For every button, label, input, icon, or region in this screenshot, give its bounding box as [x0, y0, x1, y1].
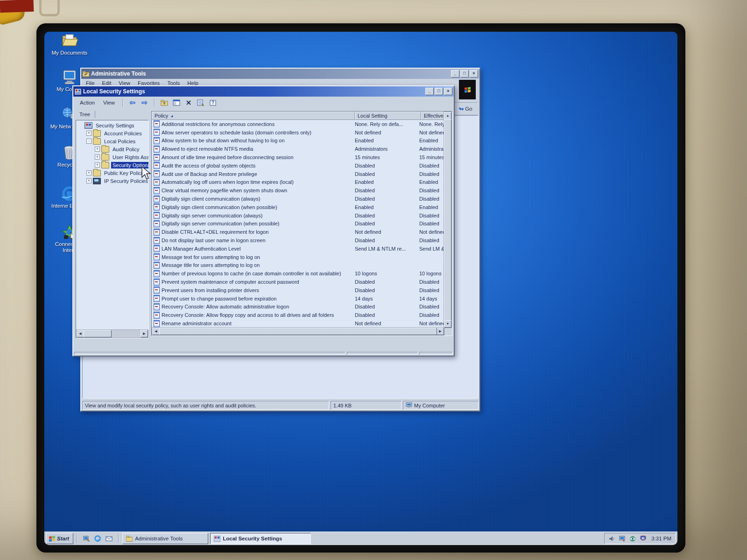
close-button[interactable]: ×	[444, 88, 452, 95]
minimize-button[interactable]: _	[451, 70, 459, 77]
volume-icon[interactable]	[608, 535, 616, 542]
effective-setting-value: Send LM & NT	[417, 246, 444, 252]
network-monitor-icon[interactable]	[629, 535, 636, 542]
policy-row-audit-the-access-of-global-system-object[interactable]: Audit the access of global system object…	[152, 161, 444, 170]
start-button[interactable]: Start	[46, 533, 73, 544]
policy-row-digitally-sign-client-communication-when[interactable]: Digitally sign client communication (whe…	[152, 203, 444, 211]
scroll-right-icon[interactable]: ▶	[141, 330, 148, 337]
policy-row-do-not-display-last-user-name-in-logon-s[interactable]: Do not display last user name in logon s…	[152, 236, 444, 245]
policy-name: Prevent users from installing printer dr…	[162, 287, 259, 293]
maximize-button[interactable]: □	[460, 70, 469, 77]
tree-tab[interactable]: Tree	[76, 110, 152, 119]
display-icon[interactable]	[619, 535, 626, 542]
scroll-left-icon[interactable]: ◀	[152, 328, 160, 335]
policy-row-lan-manager-authentication-level[interactable]: LAN Manager Authentication LevelSend LM …	[152, 245, 444, 253]
policy-row-amount-of-idle-time-required-before-disc[interactable]: Amount of idle time required before disc…	[152, 153, 444, 161]
up-level-button[interactable]	[160, 98, 169, 107]
policy-name: Recovery Console: Allow automatic admini…	[162, 304, 289, 309]
folder-icon	[93, 170, 101, 176]
tree-item-local-policies[interactable]: -Local Policies	[76, 137, 148, 145]
effective-setting-value: Disabled	[417, 304, 444, 309]
tree-item-user-rights-assigr[interactable]: +User Rights Assigr	[76, 153, 148, 161]
tree-horizontal-scrollbar[interactable]: ◀ ▶	[76, 329, 148, 338]
expand-icon[interactable]: +	[95, 147, 100, 152]
column-header-effective-setting[interactable]: Effective Sett	[421, 112, 444, 120]
policy-row-prevent-system-maintenance-of-computer-a[interactable]: Prevent system maintenance of computer a…	[152, 278, 444, 286]
policy-row-automatically-log-off-users-when-logon-t[interactable]: Automatically log off users when logon t…	[152, 178, 444, 187]
tree-item-ip-security-policies-on[interactable]: +IP Security Policies on	[76, 177, 148, 185]
local-setting-value: Disabled	[353, 196, 417, 202]
expand-icon[interactable]: +	[86, 131, 92, 136]
policy-name: Digitally sign client communication (whe…	[162, 204, 277, 210]
column-header-local-setting[interactable]: Local Setting	[355, 112, 421, 120]
policy-name: Audit use of Backup and Restore privileg…	[162, 171, 257, 177]
policy-row-recovery-console-allow-floppy-copy-and-a[interactable]: Recovery Console: Allow floppy copy and …	[152, 311, 444, 319]
policy-row-message-title-for-users-attempting-to-lo[interactable]: Message title for users attempting to lo…	[152, 261, 444, 270]
tree-item-account-policies[interactable]: +Account Policies	[76, 129, 148, 137]
outlook-express-icon[interactable]	[105, 535, 113, 542]
show-hide-tree-button[interactable]	[172, 98, 181, 107]
internet-explorer-launch-icon[interactable]	[94, 535, 102, 542]
policy-row-audit-use-of-backup-and-restore-privileg[interactable]: Audit use of Backup and Restore privileg…	[152, 170, 444, 178]
show-desktop-icon[interactable]	[83, 535, 91, 542]
menu-action[interactable]: Action	[77, 99, 98, 106]
policy-row-additional-restrictions-for-anonymous-co[interactable]: Additional restrictions for anonymous co…	[152, 120, 444, 128]
desktop-icon-my-documents[interactable]: My Documents	[48, 33, 91, 56]
taskbar-task-local-security-settings[interactable]: Local Security Settings	[210, 533, 311, 544]
maximize-button[interactable]: □	[435, 88, 443, 95]
export-list-button[interactable]	[196, 98, 205, 107]
policy-row-allow-system-to-be-shut-down-without-hav[interactable]: Allow system to be shut down without hav…	[152, 137, 444, 145]
policy-document-icon	[154, 170, 160, 177]
scroll-right-icon[interactable]: ▶	[437, 328, 444, 335]
policy-row-number-of-previous-logons-to-cache-in-ca[interactable]: Number of previous logons to cache (in c…	[152, 269, 444, 278]
policy-row-prompt-user-to-change-password-before-ex[interactable]: Prompt user to change password before ex…	[152, 294, 444, 303]
expand-icon[interactable]: +	[86, 178, 92, 183]
policy-row-clear-virtual-memory-pagefile-when-syste[interactable]: Clear virtual memory pagefile when syste…	[152, 186, 444, 195]
column-header-policy[interactable]: Policy ▲	[152, 112, 355, 120]
tree-item-security-options[interactable]: +Security Options	[76, 161, 148, 169]
admin-titlebar[interactable]: Administrative Tools _ □ ×	[81, 69, 479, 79]
policy-row-digitally-sign-server-communication-alwa[interactable]: Digitally sign server communication (alw…	[152, 211, 444, 220]
tree-item-audit-policy[interactable]: +Audit Policy	[76, 145, 148, 153]
folder-icon	[93, 138, 101, 145]
scroll-down-icon[interactable]: ▼	[444, 320, 451, 328]
policy-row-allow-server-operators-to-schedule-tasks[interactable]: Allow server operators to schedule tasks…	[152, 128, 444, 137]
effective-setting-value: Enabled	[417, 204, 444, 210]
go-button[interactable]: ↬ Go	[453, 102, 478, 115]
policy-name: Additional restrictions for anonymous co…	[162, 121, 275, 127]
local-setting-value: Enabled	[353, 204, 417, 210]
policy-row-digitally-sign-server-communication-when[interactable]: Digitally sign server communication (whe…	[152, 220, 444, 228]
back-button[interactable]: ⇦	[128, 98, 137, 107]
policy-row-allowed-to-eject-removable-ntfs-media[interactable]: Allowed to eject removable NTFS mediaAdm…	[152, 145, 444, 153]
help-button[interactable]: ?	[208, 98, 218, 107]
expand-icon[interactable]: +	[95, 154, 100, 160]
policy-row-digitally-sign-client-communication-alwa[interactable]: Digitally sign client communication (alw…	[152, 195, 444, 203]
tree-item-public-key-policies[interactable]: +Public Key Policies	[76, 169, 148, 177]
scroll-left-icon[interactable]: ◀	[77, 330, 84, 337]
menu-view[interactable]: View	[100, 99, 118, 106]
local-setting-value: Disabled	[353, 171, 417, 177]
tree-item-security-settings[interactable]: Security Settings	[76, 121, 148, 129]
forward-button[interactable]: ⇨	[140, 98, 149, 107]
taskbar-task-administrative-tools[interactable]: Administrative Tools	[122, 533, 208, 544]
close-button[interactable]: ×	[470, 70, 478, 77]
policy-row-disable-ctrl-alt-del-requirement-for-log[interactable]: Disable CTRL+ALT+DEL requirement for log…	[152, 228, 444, 236]
policy-row-recovery-console-allow-automatic-adminis[interactable]: Recovery Console: Allow automatic admini…	[152, 303, 444, 311]
policy-row-rename-administrator-account[interactable]: Rename administrator accountNot definedN…	[152, 319, 444, 328]
delete-button[interactable]	[184, 98, 193, 107]
lss-titlebar[interactable]: Local Security Settings _ □ ×	[73, 86, 454, 97]
policy-row-message-text-for-users-attempting-to-log[interactable]: Message text for users attempting to log…	[152, 253, 444, 261]
collapse-icon[interactable]: -	[86, 139, 92, 144]
list-horizontal-scrollbar[interactable]: ◀ ▶	[152, 327, 444, 336]
policy-document-icon	[154, 320, 160, 327]
local-setting-value: 14 days	[353, 296, 417, 301]
list-vertical-scrollbar[interactable]: ▲ ▼	[444, 112, 452, 328]
antivirus-shield-icon[interactable]: M	[639, 535, 647, 542]
expand-icon[interactable]: +	[95, 162, 100, 168]
minimize-button[interactable]: _	[425, 88, 434, 95]
expand-icon[interactable]: +	[86, 170, 92, 175]
policy-document-icon	[154, 179, 160, 186]
scroll-up-icon[interactable]: ▲	[444, 112, 451, 119]
effective-setting-value: 15 minutes	[417, 154, 444, 160]
policy-row-prevent-users-from-installing-printer-dr[interactable]: Prevent users from installing printer dr…	[152, 286, 444, 294]
